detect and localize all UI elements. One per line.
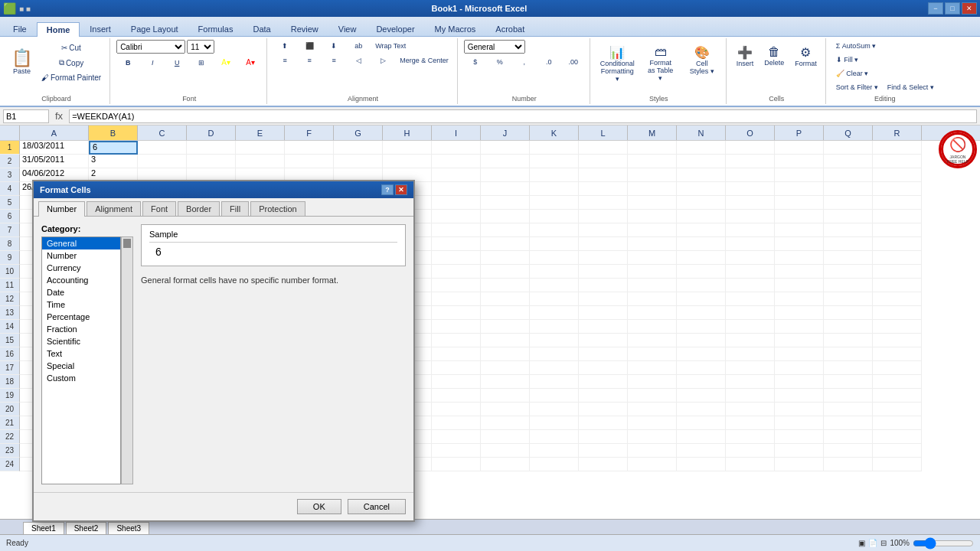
cell-L8[interactable] [579, 237, 628, 251]
cell-A2[interactable]: 31/05/2011 [20, 155, 89, 168]
cell-O20[interactable] [726, 403, 775, 416]
cell-R22[interactable] [873, 430, 922, 444]
cell-N17[interactable] [677, 361, 726, 375]
cell-I2[interactable] [432, 155, 481, 168]
wrap-text-button[interactable]: Wrap Text [371, 40, 410, 52]
cell-M4[interactable] [628, 182, 677, 196]
cell-L15[interactable] [579, 334, 628, 347]
cell-P10[interactable] [775, 265, 824, 279]
cell-O4[interactable] [726, 182, 775, 196]
cell-Q22[interactable] [824, 430, 873, 444]
cell-K24[interactable] [530, 458, 579, 471]
cell-O2[interactable] [726, 155, 775, 168]
cell-I6[interactable] [432, 210, 481, 223]
cell-Q23[interactable] [824, 444, 873, 458]
cell-G1[interactable] [334, 141, 383, 155]
col-header-L[interactable]: L [579, 126, 628, 140]
cell-Q14[interactable] [824, 320, 873, 334]
cell-O23[interactable] [726, 444, 775, 458]
cell-P13[interactable] [775, 306, 824, 320]
format-button[interactable]: ⚙ Format [791, 43, 821, 70]
cell-R20[interactable] [873, 403, 922, 416]
cell-K14[interactable] [530, 320, 579, 334]
col-header-J[interactable]: J [481, 126, 530, 140]
cell-M22[interactable] [628, 430, 677, 444]
cell-M8[interactable] [628, 237, 677, 251]
cell-O10[interactable] [726, 265, 775, 279]
cell-Q20[interactable] [824, 403, 873, 416]
sort-filter-button[interactable]: Sort & Filter ▾ [832, 81, 882, 93]
cell-K3[interactable] [530, 168, 579, 182]
decrease-decimal-button[interactable]: .0 [537, 56, 560, 68]
cell-O1[interactable] [726, 141, 775, 155]
cell-R9[interactable] [873, 251, 922, 265]
cell-P1[interactable] [775, 141, 824, 155]
cell-J8[interactable] [481, 237, 530, 251]
cell-N22[interactable] [677, 430, 726, 444]
ribbon-tab-view[interactable]: View [328, 21, 367, 36]
cell-I12[interactable] [432, 292, 481, 306]
conditional-formatting-button[interactable]: 📊 Conditional Formatting ▾ [596, 43, 639, 85]
cell-Q5[interactable] [824, 196, 873, 210]
cell-N11[interactable] [677, 279, 726, 292]
cell-P7[interactable] [775, 223, 824, 237]
cell-O3[interactable] [726, 168, 775, 182]
cell-N19[interactable] [677, 389, 726, 403]
cell-Q8[interactable] [824, 237, 873, 251]
cell-J22[interactable] [481, 430, 530, 444]
cell-I23[interactable] [432, 444, 481, 458]
dialog-tab-protection[interactable]: Protection [250, 201, 305, 216]
cell-L20[interactable] [579, 403, 628, 416]
cell-F2[interactable] [285, 155, 334, 168]
cell-N12[interactable] [677, 292, 726, 306]
cell-Q12[interactable] [824, 292, 873, 306]
cell-Q7[interactable] [824, 223, 873, 237]
cell-M18[interactable] [628, 375, 677, 389]
underline-button[interactable]: U [165, 57, 188, 69]
cell-R10[interactable] [873, 265, 922, 279]
clear-button[interactable]: 🧹 Clear ▾ [832, 67, 873, 80]
cell-R1[interactable] [873, 141, 922, 155]
cell-N3[interactable] [677, 168, 726, 182]
cell-B2[interactable]: 3 [89, 155, 138, 168]
cell-M15[interactable] [628, 334, 677, 347]
cell-I4[interactable] [432, 182, 481, 196]
cell-I17[interactable] [432, 361, 481, 375]
cell-I15[interactable] [432, 334, 481, 347]
cell-J2[interactable] [481, 155, 530, 168]
format-painter-button[interactable]: 🖌 Format Painter [38, 71, 105, 84]
cell-O9[interactable] [726, 251, 775, 265]
cell-O21[interactable] [726, 416, 775, 430]
maximize-button[interactable]: □ [945, 2, 960, 15]
category-item-currency[interactable]: Currency [42, 262, 120, 274]
cell-D2[interactable] [187, 155, 236, 168]
cell-O6[interactable] [726, 210, 775, 223]
cell-Q1[interactable] [824, 141, 873, 155]
sheet-tab-2[interactable]: Sheet2 [66, 522, 107, 534]
cell-Q18[interactable] [824, 375, 873, 389]
category-item-text[interactable]: Text [42, 347, 120, 360]
cell-K18[interactable] [530, 375, 579, 389]
cell-J1[interactable] [481, 141, 530, 155]
cell-K8[interactable] [530, 237, 579, 251]
cell-J12[interactable] [481, 292, 530, 306]
cell-L16[interactable] [579, 347, 628, 361]
cell-P12[interactable] [775, 292, 824, 306]
cell-reference-box[interactable] [3, 109, 49, 123]
italic-button[interactable]: I [141, 57, 164, 69]
cell-M6[interactable] [628, 210, 677, 223]
category-item-fraction[interactable]: Fraction [42, 323, 120, 335]
col-header-R[interactable]: R [873, 126, 922, 140]
cell-M7[interactable] [628, 223, 677, 237]
minimize-button[interactable]: − [928, 2, 943, 15]
cell-K22[interactable] [530, 430, 579, 444]
cell-K11[interactable] [530, 279, 579, 292]
align-bottom-button[interactable]: ⬇ [322, 40, 345, 52]
cell-R6[interactable] [873, 210, 922, 223]
cell-O11[interactable] [726, 279, 775, 292]
cell-K1[interactable] [530, 141, 579, 155]
dialog-tab-font[interactable]: Font [142, 201, 176, 216]
cell-R7[interactable] [873, 223, 922, 237]
bold-button[interactable]: B [116, 57, 139, 69]
cell-L10[interactable] [579, 265, 628, 279]
